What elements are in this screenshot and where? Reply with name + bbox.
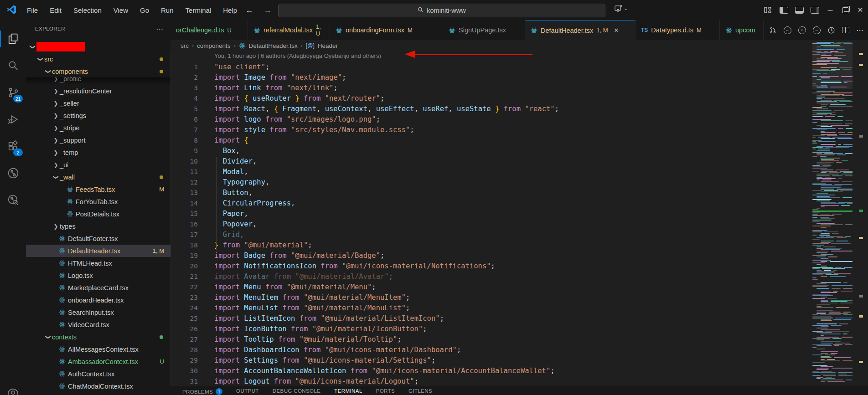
tree-item-_seller[interactable]: ❯_seller xyxy=(26,97,170,109)
gitlens-blame-codelens[interactable]: You, 1 hour ago | 6 authors (Adegboyega … xyxy=(170,50,812,62)
tree-item-label: VideoCard.tsx xyxy=(68,321,109,328)
tree-item-ForYouTab.tsx[interactable]: ForYouTab.tsx xyxy=(26,195,170,208)
history-forward-icon[interactable]: → xyxy=(264,5,272,15)
breadcrumb-item-defaultheader.tsx[interactable]: DefaultHeader.tsx xyxy=(249,42,298,49)
panel-tab-debug-console[interactable]: DEBUG CONSOLE xyxy=(273,388,321,394)
tab-Datatypes.d.ts[interactable]: TSDatatypes.d.tsM xyxy=(636,20,720,40)
navigate-forward-icon[interactable]: → xyxy=(811,25,822,35)
search-icon[interactable] xyxy=(0,54,26,77)
line-number: 13 xyxy=(170,189,198,196)
more-actions-icon[interactable]: ⋯ xyxy=(855,25,865,35)
line-number: 24 xyxy=(170,304,198,312)
minimize-button[interactable]: ─ xyxy=(826,6,834,14)
tree-item-ChatModalContext.tsx[interactable]: ChatModalContext.tsx xyxy=(26,380,170,392)
source-control-icon[interactable]: 21 xyxy=(0,81,26,104)
code-editor[interactable]: You, 1 hour ago | 6 authors (Adegboyega … xyxy=(170,50,812,385)
explorer-more-actions-icon[interactable]: ⋯ xyxy=(156,25,164,33)
tree-item-_temp[interactable]: ❯_temp xyxy=(26,146,170,159)
tab-upcom[interactable]: upcom xyxy=(720,20,764,40)
code-line-29: 29import Settings from "@mui/icons-mater… xyxy=(170,355,812,365)
tree-item-onboardHeader.tsx[interactable]: onboardHeader.tsx xyxy=(26,294,170,306)
layout-grid-icon[interactable] xyxy=(763,5,773,15)
navigate-back-icon[interactable]: ← xyxy=(782,25,792,35)
gitlens-inspect-icon[interactable] xyxy=(0,189,26,211)
history-back-icon[interactable]: ← xyxy=(245,5,253,15)
tree-item-FeedsTab.tsx[interactable]: FeedsTab.tsxM xyxy=(26,183,170,195)
tree-item-_resolutionCenter[interactable]: ❯_resolutionCenter xyxy=(26,85,170,97)
breadcrumb-item-components[interactable]: components xyxy=(197,42,231,49)
explorer-icon[interactable] xyxy=(0,27,26,50)
tree-item-PostDetails.tsx[interactable]: PostDetails.tsx xyxy=(26,208,170,220)
gitlens-icon[interactable] xyxy=(0,162,26,185)
code-line-4: 4import { useRouter } from "next/router"… xyxy=(170,93,812,103)
panel-tab-output[interactable]: OUTPUT xyxy=(236,388,259,394)
menu-run[interactable]: Run xyxy=(155,6,180,14)
file-history-icon[interactable] xyxy=(826,25,836,35)
tree-item-SearchInput.tsx[interactable]: SearchInput.tsx xyxy=(26,306,170,318)
panel-tab-terminal[interactable]: TERMINAL xyxy=(334,388,362,394)
menu-edit[interactable]: Edit xyxy=(44,6,67,14)
compare-changes-icon[interactable] xyxy=(768,25,778,35)
tree-item-_settings[interactable]: ❯_settings xyxy=(26,109,170,122)
toggle-secondary-sidebar-icon[interactable] xyxy=(811,7,819,14)
tree-item-_support[interactable]: ❯_support xyxy=(26,134,170,146)
run-debug-icon[interactable] xyxy=(0,108,26,131)
tree-item-VideoCard.tsx[interactable]: VideoCard.tsx xyxy=(26,318,170,331)
restore-button[interactable] xyxy=(841,5,849,15)
tree-item-DefaultHeader.tsx[interactable]: DefaultHeader.tsx1, M xyxy=(26,245,170,257)
problems-count-badge: 1 xyxy=(216,388,222,395)
tab-DefaultHeader.tsx[interactable]: DefaultHeader.tsx1, M✕ xyxy=(525,20,636,40)
menu-view[interactable]: View xyxy=(108,6,134,14)
tab-label: DefaultHeader.tsx xyxy=(541,27,593,34)
tree-item-_ui[interactable]: ❯_ui xyxy=(26,159,170,171)
tab-SignUpPage.tsx[interactable]: SignUpPage.tsx xyxy=(443,20,525,40)
tree-item-Logo.tsx[interactable]: Logo.tsx xyxy=(26,269,170,282)
toggle-panel-icon[interactable] xyxy=(795,7,804,14)
breadcrumb-item-header[interactable]: Header xyxy=(318,42,338,49)
tree-item-AllMessagesContext.tsx[interactable]: AllMessagesContext.tsx xyxy=(26,343,170,355)
tree-item-HTMLHead.tsx[interactable]: HTMLHead.tsx xyxy=(26,257,170,269)
tree-item-contexts[interactable]: ❯contexts xyxy=(26,331,170,343)
tree-item-label: FeedsTab.tsx xyxy=(76,186,115,193)
breadcrumb[interactable]: src›components›DefaultHeader.tsx›[@]Head… xyxy=(170,40,868,51)
panel-tab-ports[interactable]: PORTS xyxy=(376,388,395,394)
menu-terminal[interactable]: Terminal xyxy=(180,6,217,14)
close-button[interactable]: ✕ xyxy=(856,6,864,14)
panel-tab-gitlens[interactable]: GITLENS xyxy=(408,388,432,394)
layout-customize-icon[interactable]: ⌄ xyxy=(615,5,628,12)
tree-item-label: _stripe xyxy=(60,124,80,132)
breadcrumb-item-src[interactable]: src xyxy=(181,42,189,49)
blame-annotations-icon[interactable]: • xyxy=(797,25,807,35)
tree-item-_profile[interactable]: ❯_profile xyxy=(26,77,170,85)
tree-item-components[interactable]: ❯components xyxy=(26,65,170,77)
toggle-primary-sidebar-icon[interactable] xyxy=(780,7,788,14)
tab-orChallenge.d.ts[interactable]: orChallenge.d.tsU xyxy=(170,20,248,40)
tree-item-AuthContext.tsx[interactable]: AuthContext.tsx xyxy=(26,368,170,380)
account-icon[interactable] xyxy=(0,382,26,395)
tab-onboardingForm.tsx[interactable]: onboardingForm.tsxM xyxy=(330,20,443,40)
tree-item-DefaultFooter.tsx[interactable]: DefaultFooter.tsx xyxy=(26,232,170,245)
extensions-badge: 2 xyxy=(13,149,23,156)
tree-item-src[interactable]: ❯src xyxy=(26,53,170,65)
split-editor-icon[interactable] xyxy=(841,25,851,35)
git-status-badge: 1, M xyxy=(153,247,164,254)
extensions-icon[interactable]: 2 xyxy=(0,135,26,158)
code-line-2: 2import Image from "next/image"; xyxy=(170,72,812,82)
tab-referralModal.tsx[interactable]: referralModal.tsx1, U xyxy=(248,20,330,40)
menu-help[interactable]: Help xyxy=(217,6,243,14)
code-line-26: 26import IconButton from "@mui/material/… xyxy=(170,323,812,334)
tree-item-MarketplaceCard.tsx[interactable]: MarketplaceCard.tsx xyxy=(26,282,170,294)
tree-item-_wall[interactable]: ❯_wall xyxy=(26,171,170,183)
tab-label: upcom xyxy=(735,26,755,34)
tree-item-MilestoneContext.tsx[interactable]: MilestoneContext.tsx xyxy=(26,392,170,395)
menu-selection[interactable]: Selection xyxy=(67,6,108,14)
close-tab-icon[interactable]: ✕ xyxy=(614,27,619,34)
tree-item-_stripe[interactable]: ❯_stripe xyxy=(26,122,170,134)
menu-go[interactable]: Go xyxy=(134,6,155,14)
minimap[interactable] xyxy=(812,42,852,385)
tree-item-AmbassadorContext.tsx[interactable]: AmbassadorContext.tsxU xyxy=(26,355,170,368)
menu-file[interactable]: File xyxy=(21,6,44,14)
panel-tab-problems[interactable]: PROBLEMS1 xyxy=(182,388,222,395)
tree-item-types[interactable]: ❯types xyxy=(26,220,170,232)
command-center-search[interactable]: kominiti-www xyxy=(278,4,605,17)
